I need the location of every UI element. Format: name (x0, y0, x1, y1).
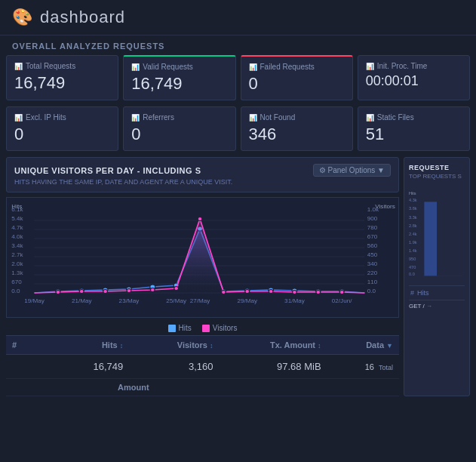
stat-value-not-found: 346 (249, 125, 345, 144)
svg-text:0.0: 0.0 (11, 288, 20, 294)
svg-text:0.0: 0.0 (367, 288, 376, 294)
svg-marker-45 (35, 219, 365, 293)
bar-chart-icon-4: 📊 (366, 63, 374, 70)
svg-text:29/May: 29/May (237, 298, 257, 304)
svg-text:2.0k: 2.0k (11, 261, 23, 267)
table-header: # Hits ↕ Visitors ↕ Tx. Amount ↕ Data ▼ (6, 335, 399, 355)
svg-text:670: 670 (11, 279, 22, 285)
section-label: OVERALL ANALYZED REQUESTS (0, 35, 476, 55)
app-title: dashboard (40, 8, 125, 27)
left-panel: UNIQUE VISITORS PER DAY - INCLUDING S ⚙ … (6, 157, 399, 396)
data-sort-icon: ▼ (386, 342, 393, 350)
svg-point-48 (103, 290, 108, 294)
svg-text:110: 110 (367, 279, 378, 285)
right-table-header: # Hits (409, 285, 465, 300)
th-hash: # (12, 340, 33, 350)
chart-svg: 6.1k 5.4k 4.7k 4.0k 3.4k 2.7k 2.0k 1.3k … (10, 202, 395, 314)
svg-text:19/May: 19/May (24, 298, 45, 304)
right-th-hash: # (410, 289, 414, 297)
svg-text:900: 900 (367, 216, 378, 222)
th-data[interactable]: Data ▼ (321, 340, 393, 350)
requests-panel-title: REQUESTE (409, 164, 465, 171)
requests-chart: Hits 4.3k 3.8k 3.3k 2.8k 2.4k 1.9k 1.4k … (409, 184, 465, 282)
table-row: 16,749 3,160 97.68 MiB 16 Total (6, 355, 399, 379)
td-visitors: 3,160 (123, 361, 213, 372)
svg-text:25/May: 25/May (166, 298, 186, 304)
th-hits[interactable]: Hits ↕ (33, 340, 123, 350)
svg-text:21/May: 21/May (72, 298, 92, 304)
requests-chart-svg: Hits 4.3k 3.8k 3.3k 2.8k 2.4k 1.9k 1.4k … (409, 184, 465, 282)
svg-text:27/May: 27/May (190, 298, 210, 304)
svg-point-53 (221, 291, 226, 294)
right-td-get: GET / → (409, 303, 465, 310)
td-data: 16 Total (321, 362, 393, 371)
svg-text:2.4k: 2.4k (409, 232, 417, 236)
svg-text:4.3k: 4.3k (409, 198, 417, 202)
svg-point-52 (198, 217, 202, 221)
svg-text:4.0k: 4.0k (11, 234, 23, 240)
amount-label: Amount (118, 383, 149, 392)
bar-chart-icon-3: 📊 (249, 63, 257, 71)
unique-visitors-subtitle: HITS HAVING THE SAME IP, DATE AND AGENT … (14, 178, 391, 186)
svg-text:23/May: 23/May (119, 298, 140, 304)
td-tx-amount: 97.68 MiB (213, 361, 321, 372)
svg-text:1.9k: 1.9k (409, 240, 417, 245)
stat-value-static: 51 (366, 125, 462, 144)
unique-visitors-panel: UNIQUE VISITORS PER DAY - INCLUDING S ⚙ … (6, 157, 399, 192)
svg-point-55 (269, 290, 273, 294)
bar-chart-icon: 📊 (14, 63, 23, 70)
stat-label-valid: 📊 Valid Requests (131, 63, 227, 71)
right-panel: REQUESTE TOP REQUESTS S Hits 4.3k 3.8k 3… (404, 157, 470, 396)
stat-card-excl-ip: 📊 Excl. IP Hits 0 (6, 106, 118, 151)
chart-legend: Hits Visitors (6, 321, 399, 335)
svg-point-57 (316, 291, 321, 294)
unique-visitors-title: UNIQUE VISITORS PER DAY - INCLUDING S ⚙ … (14, 164, 391, 177)
th-visitors[interactable]: Visitors ↕ (123, 340, 213, 350)
svg-text:3.3k: 3.3k (409, 215, 417, 220)
bar-chart-icon-2: 📊 (131, 63, 140, 71)
stats-row-2: 📊 Excl. IP Hits 0 📊 Referrers 0 📊 Not Fo… (0, 106, 476, 157)
svg-point-50 (150, 288, 155, 292)
stat-card-not-found: 📊 Not Found 346 (241, 106, 353, 151)
svg-text:450: 450 (367, 252, 378, 258)
svg-text:3.4k: 3.4k (11, 243, 23, 249)
stat-value-referrers: 0 (131, 125, 227, 144)
svg-text:560: 560 (367, 243, 378, 249)
bar-chart-icon-8: 📊 (366, 114, 374, 122)
svg-text:340: 340 (367, 261, 378, 267)
bar-chart-icon-6: 📊 (131, 114, 140, 122)
stat-label-not-found: 📊 Not Found (249, 113, 345, 122)
svg-rect-78 (424, 202, 437, 276)
stat-label-init: 📊 Init. Proc. Time (366, 62, 462, 70)
stat-value-valid: 16,749 (131, 74, 227, 94)
stat-card-valid-requests: 📊 Valid Requests 16,749 (123, 55, 235, 100)
svg-point-47 (79, 290, 84, 294)
svg-text:670: 670 (367, 234, 378, 240)
right-th-hits: Hits (417, 289, 429, 297)
stat-label-total: 📊 Total Requests (14, 62, 110, 70)
amount-row: Amount (6, 379, 399, 396)
th-tx-amount[interactable]: Tx. Amount ↕ (213, 340, 321, 350)
td-hits: 16,749 (33, 361, 123, 372)
bar-chart-icon-5: 📊 (14, 114, 23, 122)
legend-visitors: Visitors (202, 324, 238, 332)
dashboard-icon: 🎨 (12, 8, 32, 27)
stat-label-static: 📊 Static Files (366, 113, 462, 122)
svg-text:220: 220 (367, 270, 378, 276)
main-content: UNIQUE VISITORS PER DAY - INCLUDING S ⚙ … (0, 157, 476, 396)
svg-text:950: 950 (409, 257, 416, 261)
svg-text:1.3k: 1.3k (11, 270, 23, 276)
bar-chart-icon-7: 📊 (249, 114, 257, 122)
stat-card-referrers: 📊 Referrers 0 (123, 106, 235, 151)
svg-text:3.8k: 3.8k (409, 206, 417, 211)
panel-options-button[interactable]: ⚙ Panel Options ▼ (313, 164, 391, 177)
stat-value-init: 00:00:01 (366, 73, 462, 89)
svg-text:2.7k: 2.7k (11, 252, 23, 258)
svg-text:31/May: 31/May (284, 298, 305, 304)
svg-text:5.4k: 5.4k (11, 216, 23, 222)
svg-point-51 (174, 287, 179, 291)
svg-text:02/Jun/: 02/Jun/ (332, 298, 353, 304)
svg-text:1.0k: 1.0k (367, 207, 379, 213)
svg-text:4.7k: 4.7k (11, 225, 23, 231)
stat-value-total: 16,749 (14, 73, 110, 93)
